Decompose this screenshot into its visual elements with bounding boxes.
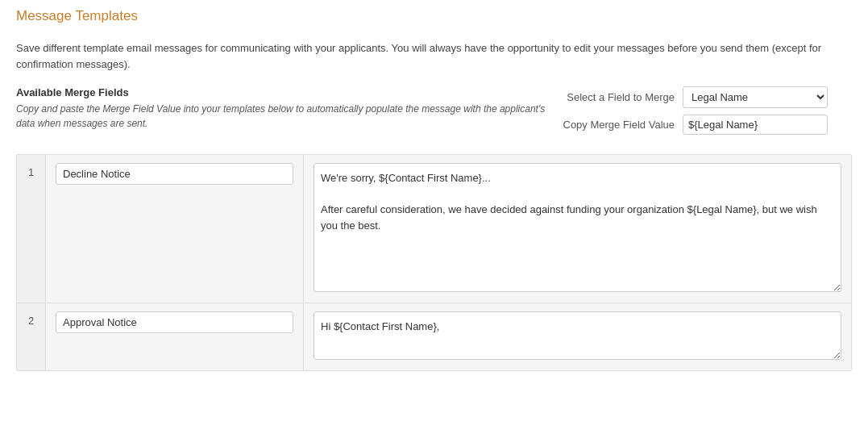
page-title: Message Templates [16, 8, 852, 24]
template-name-col-1 [46, 155, 304, 303]
table-row: 1 We're sorry, ${Contact First Name}... … [17, 155, 851, 303]
template-body-textarea-2[interactable]: Hi ${Contact First Name}, [314, 311, 841, 360]
page-container: Message Templates Save different templat… [0, 0, 868, 387]
merge-field-select[interactable]: Legal Name Contact First Name Contact La… [683, 86, 828, 108]
description-text: Save different template email messages f… [16, 40, 852, 72]
table-row: 2 Hi ${Contact First Name}, [17, 303, 851, 370]
templates-list: 1 We're sorry, ${Contact First Name}... … [16, 154, 852, 371]
template-name-input-2[interactable] [56, 311, 293, 333]
select-field-label: Select a Field to Merge [546, 91, 675, 103]
template-name-input-1[interactable] [56, 163, 293, 185]
merge-fields-note: Copy and paste the Merge Field Value int… [16, 102, 546, 131]
merge-fields-text: Available Merge Fields Copy and paste th… [16, 86, 546, 131]
template-body-col-2: Hi ${Contact First Name}, [304, 303, 851, 370]
copy-field-label: Copy Merge Field Value [546, 119, 675, 131]
merge-fields-label: Available Merge Fields [16, 86, 546, 98]
merge-fields-controls: Select a Field to Merge Legal Name Conta… [546, 86, 852, 135]
template-number-2: 2 [17, 303, 46, 370]
template-body-textarea-1[interactable]: We're sorry, ${Contact First Name}... Af… [314, 163, 841, 292]
select-field-row: Select a Field to Merge Legal Name Conta… [546, 86, 852, 108]
template-name-col-2 [46, 303, 304, 370]
template-number-1: 1 [17, 155, 46, 303]
copy-field-row: Copy Merge Field Value [546, 115, 852, 135]
copy-field-input[interactable] [683, 115, 828, 135]
template-body-col-1: We're sorry, ${Contact First Name}... Af… [304, 155, 851, 303]
merge-fields-section: Available Merge Fields Copy and paste th… [16, 86, 852, 135]
